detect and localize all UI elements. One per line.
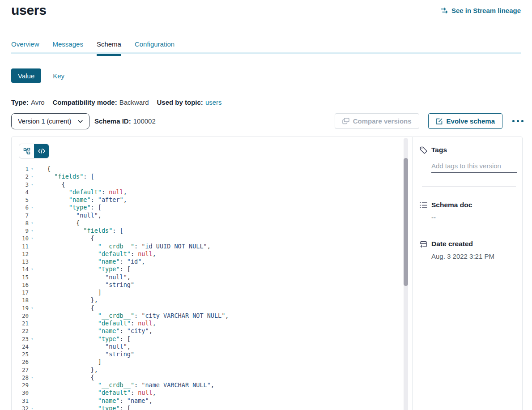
evolve-schema-button[interactable]: Evolve schema: [428, 113, 502, 129]
fold-toggle-icon[interactable]: ▾: [29, 165, 36, 173]
code-text: "name": "city",: [36, 327, 153, 335]
compare-versions-button[interactable]: Compare versions: [335, 113, 419, 129]
code-line: 26 ]: [12, 358, 404, 366]
fold-toggle-icon[interactable]: ▾: [29, 173, 36, 180]
code-line: 13 "name": "id",: [12, 258, 404, 265]
fold-spacer: [29, 296, 36, 304]
fold-toggle-icon[interactable]: ▾: [29, 265, 36, 273]
line-number: 6: [12, 204, 29, 211]
gutter-cell: 21: [12, 320, 36, 327]
gutter-cell: 9▾: [12, 227, 36, 235]
fold-toggle-icon[interactable]: ▾: [29, 227, 36, 235]
code-line: 8▾ {: [12, 219, 404, 227]
date-created-value: Aug. 3 2022 3:21 PM: [431, 252, 515, 260]
line-number: 24: [12, 343, 29, 350]
line-number: 31: [12, 397, 29, 405]
code-text: "default": null,: [36, 188, 127, 196]
fold-spacer: [29, 289, 36, 296]
code-text: "default": null,: [36, 250, 156, 258]
type-value: Avro: [31, 98, 45, 106]
tags-section: Tags: [420, 146, 515, 173]
fold-toggle-icon[interactable]: ▾: [29, 235, 36, 242]
line-number: 22: [12, 327, 29, 335]
line-number: 28: [12, 374, 29, 381]
code-text: "null",: [36, 343, 131, 350]
gutter-cell: 13: [12, 258, 36, 265]
fold-toggle-icon[interactable]: ▾: [29, 405, 36, 410]
calendar-plus-icon: [420, 240, 427, 248]
more-options-button[interactable]: [511, 118, 524, 124]
value-key-toggle: Value Key: [11, 68, 64, 83]
code-text: "type": [: [36, 265, 131, 273]
gutter-cell: 8▾: [12, 219, 36, 227]
sidebar-divider: [422, 186, 516, 187]
fold-toggle-icon[interactable]: ▾: [29, 181, 36, 188]
value-toggle-button[interactable]: Value: [11, 68, 41, 83]
schema-page: users See in Stream lineage Overview Mes…: [0, 0, 532, 410]
tags-input[interactable]: [431, 160, 517, 173]
code-line: 6▾ "type": [: [12, 204, 404, 211]
schema-id: Schema ID:100002: [94, 117, 156, 125]
topic-link[interactable]: users: [205, 98, 222, 106]
tree-view-button[interactable]: [19, 144, 34, 158]
tree-view-icon: [23, 148, 30, 155]
line-number: 21: [12, 320, 29, 327]
code-view-icon: [38, 148, 45, 154]
gutter-cell: 6▾: [12, 204, 36, 211]
gutter-cell: 11: [12, 243, 36, 250]
schema-id-value: 100002: [133, 117, 156, 125]
fold-spacer: [29, 258, 36, 265]
fold-toggle-icon[interactable]: ▾: [29, 304, 36, 312]
code-text: ]: [36, 358, 102, 366]
code-text: "fields": [: [36, 173, 94, 180]
stream-lineage-link[interactable]: See in Stream lineage: [440, 7, 521, 14]
fold-toggle-icon[interactable]: ▾: [29, 204, 36, 211]
fold-toggle-icon[interactable]: ▾: [29, 335, 36, 343]
type-label: Type:: [11, 98, 29, 106]
fold-spacer: [29, 381, 36, 389]
evolve-schema-label: Evolve schema: [447, 117, 495, 125]
code-text: {: [36, 374, 94, 381]
code-text: {: [36, 304, 94, 312]
code-line: 30 "default": null,: [12, 389, 404, 397]
code-scrollbar-track[interactable]: [404, 138, 408, 410]
code-line: 32▾ "type": [: [12, 405, 404, 410]
line-number: 10: [12, 235, 29, 242]
line-number: 11: [12, 243, 29, 250]
gutter-cell: 20: [12, 312, 36, 320]
code-line: 20 "__crdb__": "city VARCHAR NOT NULL",: [12, 312, 404, 320]
version-select[interactable]: Version 1 (current): [11, 113, 89, 129]
schema-doc-title: Schema doc: [431, 201, 472, 209]
fold-toggle-icon[interactable]: ▾: [29, 374, 36, 381]
view-mode-toggle: [19, 144, 49, 158]
code-editor[interactable]: 1▾{2▾ "fields": [3▾ {4 "default": null,5…: [12, 165, 404, 410]
list-icon: [420, 201, 427, 209]
line-number: 25: [12, 350, 29, 358]
key-toggle-button[interactable]: Key: [53, 72, 64, 80]
line-number: 23: [12, 335, 29, 343]
code-text: ]: [36, 289, 102, 296]
line-number: 26: [12, 358, 29, 366]
fold-spacer: [29, 312, 36, 320]
code-line: 15 "null",: [12, 273, 404, 281]
line-number: 3: [12, 181, 29, 188]
gutter-cell: 19▾: [12, 304, 36, 312]
code-scrollbar-thumb[interactable]: [404, 158, 408, 286]
tag-icon: [420, 146, 427, 154]
line-number: 5: [12, 196, 29, 204]
chevron-down-icon: [78, 120, 83, 123]
code-line: 23▾ "type": [: [12, 335, 404, 343]
gutter-cell: 31: [12, 397, 36, 405]
line-number: 20: [12, 312, 29, 320]
fold-toggle-icon[interactable]: ▾: [29, 219, 36, 227]
line-number: 15: [12, 273, 29, 281]
fold-spacer: [29, 350, 36, 358]
code-text: "__crdb__": "city VARCHAR NOT NULL",: [36, 312, 229, 320]
fold-spacer: [29, 273, 36, 281]
line-number: 14: [12, 265, 29, 273]
code-view-button[interactable]: [34, 144, 49, 158]
line-number: 17: [12, 289, 29, 296]
gutter-cell: 3▾: [12, 181, 36, 188]
gutter-cell: 27: [12, 366, 36, 374]
tags-title: Tags: [431, 146, 447, 154]
